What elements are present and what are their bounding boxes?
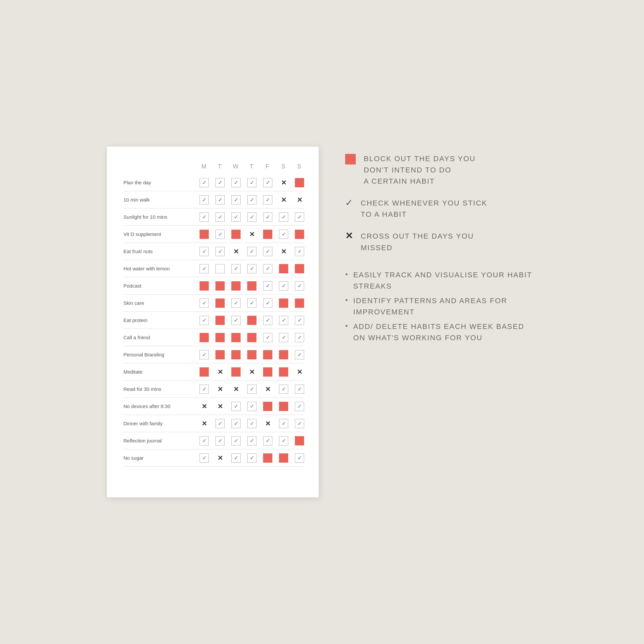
habit-cell[interactable]: ✓ [228,316,244,325]
habit-cell[interactable]: ✓ [260,212,276,222]
habit-cell[interactable]: ✓ [244,436,260,445]
habit-cell[interactable] [228,281,244,291]
habit-cell[interactable] [260,350,276,359]
habit-cell[interactable]: ✓ [260,316,276,325]
habit-cell[interactable]: ✓ [292,350,307,359]
habit-cell[interactable]: ✓ [244,264,260,273]
habit-cell[interactable]: ✓ [244,178,260,187]
habit-cell[interactable]: ✓ [276,316,292,325]
habit-cell[interactable]: ✓ [276,436,292,445]
habit-cell[interactable] [212,281,228,291]
habit-cell[interactable]: ✓ [292,402,307,411]
habit-cell[interactable]: ✕ [228,385,244,393]
habit-cell[interactable] [228,333,244,342]
habit-cell[interactable] [196,367,212,377]
habit-cell[interactable] [212,264,228,273]
habit-cell[interactable] [244,350,260,359]
habit-cell[interactable]: ✓ [292,316,307,325]
habit-cell[interactable] [292,230,307,239]
habit-cell[interactable]: ✕ [228,248,244,255]
habit-cell[interactable] [228,230,244,239]
habit-cell[interactable] [244,281,260,291]
habit-cell[interactable] [276,367,292,377]
habit-cell[interactable]: ✓ [196,247,212,256]
habit-cell[interactable]: ✓ [244,385,260,394]
habit-cell[interactable] [276,299,292,308]
habit-cell[interactable]: ✓ [244,212,260,222]
habit-cell[interactable] [196,281,212,291]
habit-cell[interactable] [228,350,244,359]
habit-cell[interactable]: ✓ [212,230,228,239]
habit-cell[interactable]: ✕ [292,368,307,376]
habit-cell[interactable] [196,333,212,342]
habit-cell[interactable] [212,333,228,342]
habit-cell[interactable] [244,316,260,325]
habit-cell[interactable] [276,453,292,463]
habit-cell[interactable] [260,230,276,239]
habit-cell[interactable]: ✓ [228,212,244,222]
habit-cell[interactable]: ✓ [244,419,260,428]
habit-cell[interactable]: ✕ [212,454,228,462]
habit-cell[interactable]: ✓ [228,402,244,411]
habit-cell[interactable] [276,350,292,359]
habit-cell[interactable]: ✓ [196,264,212,273]
habit-cell[interactable]: ✕ [260,420,276,428]
habit-cell[interactable] [276,402,292,411]
habit-cell[interactable] [260,367,276,377]
habit-cell[interactable]: ✓ [196,453,212,463]
habit-cell[interactable]: ✓ [276,419,292,428]
habit-cell[interactable]: ✓ [212,212,228,222]
habit-cell[interactable]: ✓ [212,195,228,205]
habit-cell[interactable]: ✕ [244,368,260,376]
habit-cell[interactable]: ✓ [292,333,307,342]
habit-cell[interactable] [260,402,276,411]
habit-cell[interactable]: ✓ [244,299,260,308]
habit-cell[interactable]: ✓ [196,178,212,187]
habit-cell[interactable]: ✓ [244,402,260,411]
habit-cell[interactable]: ✓ [196,195,212,205]
habit-cell[interactable]: ✕ [276,179,292,187]
habit-cell[interactable] [260,453,276,463]
habit-cell[interactable]: ✓ [276,281,292,291]
habit-cell[interactable]: ✓ [244,247,260,256]
habit-cell[interactable]: ✓ [244,195,260,205]
habit-cell[interactable]: ✓ [276,385,292,394]
habit-cell[interactable]: ✓ [292,385,307,394]
habit-cell[interactable]: ✓ [196,436,212,445]
habit-cell[interactable]: ✓ [228,453,244,463]
habit-cell[interactable]: ✕ [276,248,292,255]
habit-cell[interactable]: ✓ [276,230,292,239]
habit-cell[interactable] [212,350,228,359]
habit-cell[interactable]: ✓ [260,299,276,308]
habit-cell[interactable]: ✕ [196,402,212,410]
habit-cell[interactable]: ✕ [212,402,228,410]
habit-cell[interactable] [292,299,307,308]
habit-cell[interactable]: ✓ [196,212,212,222]
habit-cell[interactable]: ✓ [212,436,228,445]
habit-cell[interactable]: ✓ [244,453,260,463]
habit-cell[interactable]: ✓ [196,299,212,308]
habit-cell[interactable]: ✓ [212,178,228,187]
habit-cell[interactable]: ✓ [292,247,307,256]
habit-cell[interactable]: ✓ [260,178,276,187]
habit-cell[interactable]: ✓ [196,385,212,394]
habit-cell[interactable]: ✕ [212,368,228,376]
habit-cell[interactable]: ✓ [228,178,244,187]
habit-cell[interactable]: ✓ [212,247,228,256]
habit-cell[interactable] [276,264,292,273]
habit-cell[interactable]: ✕ [212,385,228,393]
habit-cell[interactable]: ✓ [276,212,292,222]
habit-cell[interactable] [292,178,307,187]
habit-cell[interactable]: ✓ [196,350,212,359]
habit-cell[interactable]: ✓ [292,419,307,428]
habit-cell[interactable]: ✓ [292,212,307,222]
habit-cell[interactable]: ✓ [260,281,276,291]
habit-cell[interactable] [244,333,260,342]
habit-cell[interactable]: ✓ [228,419,244,428]
habit-cell[interactable]: ✓ [260,195,276,205]
habit-cell[interactable]: ✓ [228,299,244,308]
habit-cell[interactable]: ✕ [244,230,260,238]
habit-cell[interactable]: ✕ [260,385,276,393]
habit-cell[interactable] [212,316,228,325]
habit-cell[interactable]: ✕ [276,196,292,204]
